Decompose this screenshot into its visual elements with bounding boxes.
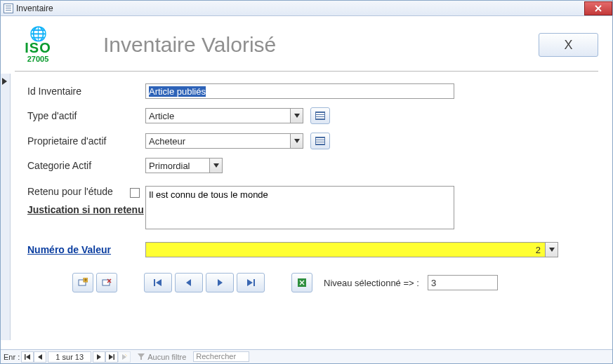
id-inventaire-field[interactable]: Article publiés bbox=[145, 83, 454, 99]
enr-label: Enr : bbox=[4, 353, 20, 361]
chevron-down-icon[interactable] bbox=[290, 134, 303, 148]
svg-marker-18 bbox=[109, 354, 113, 360]
svg-marker-8 bbox=[156, 279, 162, 286]
status-nav-first[interactable] bbox=[21, 351, 34, 363]
record-position[interactable]: 1 sur 13 bbox=[48, 351, 91, 363]
funnel-icon bbox=[138, 353, 145, 360]
label-niveau: Niveau sélectionné => : bbox=[324, 278, 419, 288]
iso-text: ISO bbox=[25, 41, 51, 55]
justification-textarea[interactable] bbox=[145, 186, 454, 229]
form-close-button[interactable]: X bbox=[539, 33, 598, 57]
svg-marker-15 bbox=[26, 354, 30, 360]
id-inventaire-value: Article publiés bbox=[149, 86, 206, 97]
svg-rect-14 bbox=[25, 354, 26, 360]
retenu-checkbox[interactable] bbox=[130, 188, 140, 198]
type-actif-combo[interactable]: Article bbox=[145, 108, 303, 123]
svg-rect-19 bbox=[114, 354, 115, 360]
iso-code: 27005 bbox=[27, 55, 49, 63]
categorie-value: Primordial bbox=[146, 161, 209, 171]
current-record-icon bbox=[2, 78, 7, 85]
label-type-actif: Type d'actif bbox=[27, 110, 145, 121]
svg-marker-9 bbox=[186, 279, 191, 286]
label-proprietaire: Proprietaire d'actif bbox=[27, 135, 145, 147]
page-title: Inventaire Valorisé bbox=[61, 33, 539, 57]
iso-logo: 🌐 ISO 27005 bbox=[15, 22, 61, 68]
search-box[interactable]: Rechercher bbox=[193, 351, 249, 362]
chevron-down-icon[interactable] bbox=[209, 159, 222, 173]
niveau-field[interactable]: 3 bbox=[428, 275, 498, 290]
svg-marker-3 bbox=[549, 248, 555, 252]
categorie-combo[interactable]: Primordial bbox=[145, 158, 223, 173]
status-nav-prev[interactable] bbox=[34, 351, 46, 363]
label-justification: Justication si non retenu bbox=[27, 204, 145, 215]
filter-text: Aucun filtre bbox=[147, 353, 186, 361]
window-close-button[interactable] bbox=[584, 1, 612, 15]
chevron-down-icon[interactable] bbox=[545, 243, 558, 257]
nav-last-button[interactable] bbox=[237, 273, 265, 292]
label-retenu: Retenu pour l'étude bbox=[27, 186, 113, 197]
proprietaire-lookup-button[interactable] bbox=[310, 133, 330, 149]
titlebar: Inventaire bbox=[1, 1, 612, 16]
numero-valeur-combo[interactable]: 2 bbox=[145, 242, 558, 257]
type-actif-lookup-button[interactable] bbox=[310, 107, 330, 124]
numero-valeur-link[interactable]: Numéro de Valeur bbox=[27, 244, 145, 255]
svg-marker-21 bbox=[138, 353, 145, 360]
label-id-inventaire: Id Inventaire bbox=[27, 86, 145, 97]
globe-icon: 🌐 bbox=[29, 27, 47, 41]
status-nav-new bbox=[118, 351, 131, 363]
nav-prev-button[interactable] bbox=[175, 273, 203, 292]
form-list-icon bbox=[315, 112, 325, 120]
proprietaire-value: Acheteur bbox=[146, 136, 290, 147]
svg-marker-0 bbox=[294, 114, 300, 118]
svg-marker-1 bbox=[294, 139, 300, 143]
status-nav-last[interactable] bbox=[105, 351, 118, 363]
form-icon bbox=[4, 4, 13, 13]
record-selector[interactable] bbox=[1, 74, 11, 340]
niveau-value: 3 bbox=[431, 278, 436, 288]
numero-valeur-value: 2 bbox=[146, 245, 545, 255]
new-record-button[interactable] bbox=[72, 273, 93, 292]
svg-marker-2 bbox=[213, 163, 219, 168]
svg-marker-17 bbox=[97, 354, 101, 360]
label-categorie: Categorie Actif bbox=[27, 160, 145, 171]
svg-rect-7 bbox=[154, 279, 155, 286]
delete-record-button[interactable] bbox=[96, 273, 117, 292]
svg-marker-10 bbox=[218, 279, 223, 286]
form-list-icon bbox=[315, 137, 325, 145]
nav-first-button[interactable] bbox=[144, 273, 172, 292]
type-actif-value: Article bbox=[146, 111, 290, 121]
excel-button[interactable] bbox=[291, 273, 312, 292]
svg-marker-11 bbox=[247, 279, 253, 286]
proprietaire-combo[interactable]: Acheteur bbox=[145, 133, 303, 149]
record-navigation-bar: Enr : 1 sur 13 Aucun filtre Rechercher bbox=[1, 349, 612, 363]
window-title: Inventaire bbox=[16, 4, 53, 13]
svg-marker-16 bbox=[38, 354, 42, 360]
nav-next-button[interactable] bbox=[206, 273, 234, 292]
filter-indicator[interactable]: Aucun filtre bbox=[138, 353, 186, 361]
status-nav-next[interactable] bbox=[93, 351, 105, 363]
svg-rect-12 bbox=[253, 279, 255, 286]
chevron-down-icon[interactable] bbox=[290, 109, 303, 123]
